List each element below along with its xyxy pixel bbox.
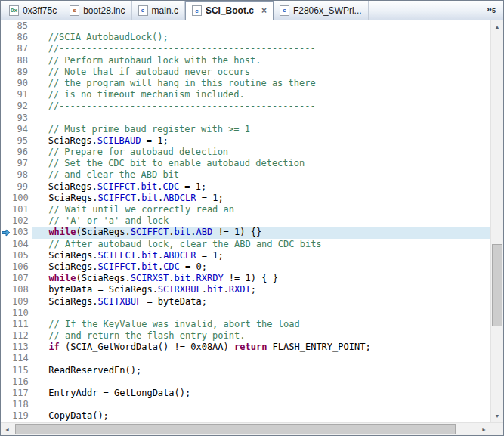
- code-text: while(SciaRegs.SCIFFCT.bit.ABD != 1) {}: [32, 227, 490, 238]
- annotation-gutter: [1, 66, 12, 78]
- line-number: 93: [12, 113, 32, 124]
- annotation-gutter: [1, 250, 12, 261]
- annotation-gutter: [1, 204, 12, 215]
- annotation-gutter: [1, 113, 12, 124]
- scroll-left-button[interactable]: ◄: [1, 423, 14, 435]
- code-line-113[interactable]: 113 if (SCIA_GetWordData() != 0x08AA) re…: [1, 342, 490, 353]
- code-line-96[interactable]: 96 // Prepare for autobaud detection: [1, 147, 490, 158]
- vertical-scroll-thumb[interactable]: [492, 244, 502, 327]
- code-line-97[interactable]: 97 // Set the CDC bit to enable autobaud…: [1, 158, 490, 169]
- code-text: [32, 20, 490, 32]
- line-number: 105: [12, 250, 32, 261]
- code-line-93[interactable]: 93: [1, 113, 490, 124]
- c-source-file-icon: c: [138, 5, 148, 16]
- code-text: while(SciaRegs.SCIRXST.bit.RXRDY != 1) {…: [32, 273, 490, 284]
- code-text: byteData = SciaRegs.SCIRXBUF.bit.RXDT;: [32, 284, 490, 295]
- code-text: [32, 308, 490, 319]
- line-number: 103: [12, 227, 32, 238]
- line-number: 90: [12, 78, 32, 89]
- code-line-89[interactable]: 89 // Note that if autobaud never occurs: [1, 66, 490, 78]
- code-line-110[interactable]: 110: [1, 308, 490, 319]
- code-line-92[interactable]: 92 //-----------------------------------…: [1, 100, 490, 112]
- line-number: 117: [12, 388, 32, 399]
- line-number: 114: [12, 353, 32, 364]
- annotation-gutter: [1, 319, 12, 330]
- tab-close-icon[interactable]: ×: [261, 6, 267, 15]
- annotation-gutter: [1, 169, 12, 181]
- vertical-scroll-track[interactable]: [491, 33, 503, 410]
- code-line-103[interactable]: 103 while(SciaRegs.SCIFFCT.bit.ABD != 1)…: [1, 227, 490, 238]
- code-area[interactable]: 8586 //SCIA_AutobaudLock();87 //--------…: [1, 20, 490, 422]
- instruction-pointer-icon: [2, 229, 11, 237]
- code-line-100[interactable]: 100 SciaRegs.SCIFFCT.bit.ABDCLR = 1;: [1, 193, 490, 204]
- code-line-119[interactable]: 119 CopyData();: [1, 410, 490, 422]
- annotation-gutter: [1, 342, 12, 353]
- code-line-95[interactable]: 95 SciaRegs.SCILBAUD = 1;: [1, 135, 490, 147]
- code-line-109[interactable]: 109 SciaRegs.SCITXBUF = byteData;: [1, 296, 490, 308]
- line-number: 87: [12, 43, 32, 54]
- chevron-double-right-icon: »: [487, 4, 492, 14]
- horizontal-scroll-track[interactable]: [14, 423, 478, 435]
- code-text: //--------------------------------------…: [32, 100, 490, 112]
- line-number: 85: [12, 20, 32, 32]
- scroll-up-button[interactable]: ▲: [491, 20, 503, 33]
- code-line-91[interactable]: 91 // is no timeout mechanism included.: [1, 89, 490, 100]
- code-text: SciaRegs.SCILBAUD = 1;: [32, 135, 490, 147]
- tab-boot28-inc[interactable]: sboot28.inc: [63, 1, 131, 20]
- annotation-gutter: [1, 20, 12, 32]
- horizontal-scrollbar[interactable]: ◄ ►: [1, 422, 503, 435]
- tab-main-c[interactable]: cmain.c: [132, 1, 185, 20]
- code-line-107[interactable]: 107 while(SciaRegs.SCIRXST.bit.RXRDY != …: [1, 273, 490, 284]
- code-line-117[interactable]: 117 EntryAddr = GetLongData();: [1, 388, 490, 399]
- scroll-up-icon: ▲: [495, 24, 500, 29]
- vertical-scrollbar[interactable]: ▲ ▼: [490, 20, 503, 422]
- code-line-115[interactable]: 115 ReadReservedFn();: [1, 365, 490, 376]
- code-line-87[interactable]: 87 //-----------------------------------…: [1, 43, 490, 54]
- line-number: 86: [12, 32, 32, 43]
- horizontal-scroll-thumb[interactable]: [15, 424, 456, 434]
- code-line-102[interactable]: 102 // 'A' or 'a' and lock: [1, 215, 490, 227]
- code-line-116[interactable]: 116: [1, 376, 490, 388]
- line-number: 97: [12, 158, 32, 169]
- code-line-118[interactable]: 118: [1, 399, 490, 410]
- line-number: 99: [12, 181, 32, 193]
- code-line-85[interactable]: 85: [1, 20, 490, 32]
- scroll-down-button[interactable]: ▼: [491, 410, 503, 422]
- code-text: EntryAddr = GetLongData();: [32, 388, 490, 399]
- tab-bar: 0x0x3ff75csboot28.inccmain.ccSCI_Boot.c×…: [1, 1, 503, 20]
- code-line-112[interactable]: 112 // and return the flash entry point.: [1, 330, 490, 342]
- code-line-88[interactable]: 88 // Perform autobaud lock with the hos…: [1, 55, 490, 66]
- code-text: //--------------------------------------…: [32, 43, 490, 54]
- code-line-86[interactable]: 86 //SCIA_AutobaudLock();: [1, 32, 490, 43]
- code-line-108[interactable]: 108 byteData = SciaRegs.SCIRXBUF.bit.RXD…: [1, 284, 490, 295]
- code-line-94[interactable]: 94 // Must prime baud register with >= 1: [1, 124, 490, 135]
- line-number: 107: [12, 273, 32, 284]
- code-line-114[interactable]: 114: [1, 353, 490, 364]
- tab-f2806x-swpri-[interactable]: cF2806x_SWPri...: [274, 1, 369, 20]
- scroll-right-icon: ►: [481, 427, 487, 432]
- code-line-98[interactable]: 98 // and clear the ABD bit: [1, 169, 490, 181]
- line-number: 112: [12, 330, 32, 342]
- line-number: 104: [12, 239, 32, 250]
- code-line-105[interactable]: 105 SciaRegs.SCIFFCT.bit.ABDCLR = 1;: [1, 250, 490, 261]
- annotation-gutter: [1, 100, 12, 112]
- tab-label: boot28.inc: [83, 5, 125, 16]
- disassembly-file-icon: 0x: [9, 5, 19, 16]
- line-number: 95: [12, 135, 32, 147]
- scroll-right-button[interactable]: ►: [478, 423, 490, 435]
- code-line-104[interactable]: 104 // After autobaud lock, clear the AB…: [1, 239, 490, 250]
- tab-0x3ff75c[interactable]: 0x0x3ff75c: [3, 1, 63, 20]
- tab-sci-boot-c[interactable]: cSCI_Boot.c×: [185, 1, 274, 20]
- code-line-99[interactable]: 99 SciaRegs.SCIFFCT.bit.CDC = 1;: [1, 181, 490, 193]
- code-text: ReadReservedFn();: [32, 365, 490, 376]
- code-text: // and return the flash entry point.: [32, 330, 490, 342]
- line-number: 118: [12, 399, 32, 410]
- annotation-gutter: [1, 193, 12, 204]
- tab-overflow-indicator[interactable]: »5: [487, 1, 503, 20]
- code-line-106[interactable]: 106 SciaRegs.SCIFFCT.bit.CDC = 0;: [1, 261, 490, 273]
- code-line-101[interactable]: 101 // Wait until we correctly read an: [1, 204, 490, 215]
- line-number: 94: [12, 124, 32, 135]
- line-number: 92: [12, 100, 32, 112]
- code-line-111[interactable]: 111 // If the KeyValue was invalid, abor…: [1, 319, 490, 330]
- code-line-90[interactable]: 90 // the program will hang in this rout…: [1, 78, 490, 89]
